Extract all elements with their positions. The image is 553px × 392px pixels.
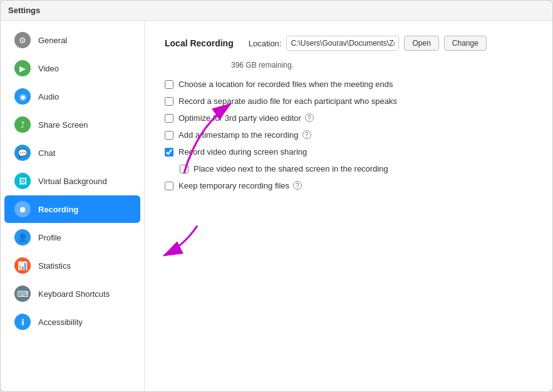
content-area: ⚙General▶Video◉Audio⤴Share Screen💬Chat🖼V…: [1, 21, 552, 391]
sidebar-item-label-profile: Profile: [38, 233, 61, 242]
checkbox-keep-temp-files[interactable]: [165, 182, 173, 190]
keyboard-shortcuts-icon: ⌨: [14, 286, 31, 302]
sidebar-item-share-screen[interactable]: ⤴Share Screen: [4, 111, 140, 138]
arrows-overlay: [145, 21, 552, 391]
sidebar-item-chat[interactable]: 💬Chat: [4, 139, 140, 167]
option-label-keep-temp-files: Keep temporary recording files?: [178, 181, 302, 190]
checkbox-record-video-screen[interactable]: [165, 148, 173, 157]
option-label-add-timestamp: Add a timestamp to the recording?: [178, 130, 311, 140]
open-button[interactable]: Open: [404, 36, 438, 51]
change-button[interactable]: Change: [444, 36, 487, 51]
checkbox-place-video-next[interactable]: [180, 165, 189, 173]
sidebar-item-virtual-background[interactable]: 🖼Virtual Background: [4, 167, 140, 195]
sidebar-item-label-audio: Audio: [38, 92, 59, 101]
sidebar-item-accessibility[interactable]: ℹAccessibility: [4, 308, 140, 336]
help-icon-optimize-3rd-party[interactable]: ?: [305, 113, 314, 122]
checkbox-separate-audio[interactable]: [165, 97, 173, 106]
sidebar-item-statistics[interactable]: 📊Statistics: [4, 252, 140, 279]
checkbox-optimize-3rd-party[interactable]: [165, 114, 173, 123]
option-row-choose-location: Choose a location for recorded files whe…: [165, 80, 532, 89]
help-icon-keep-temp-files[interactable]: ?: [293, 181, 302, 190]
option-row-keep-temp-files: Keep temporary recording files?: [165, 181, 532, 190]
sidebar: ⚙General▶Video◉Audio⤴Share Screen💬Chat🖼V…: [1, 21, 145, 391]
sidebar-item-label-general: General: [38, 36, 67, 45]
sidebar-item-label-keyboard-shortcuts: Keyboard Shortcuts: [38, 289, 110, 299]
location-row: Location: Open Change: [249, 36, 487, 51]
section-title: Local Recording: [165, 38, 234, 48]
sidebar-item-label-accessibility: Accessibility: [38, 317, 83, 327]
window-title: Settings: [8, 6, 40, 15]
location-label: Location:: [249, 39, 282, 48]
general-icon: ⚙: [14, 32, 31, 48]
sidebar-item-label-chat: Chat: [38, 148, 55, 158]
sidebar-item-audio[interactable]: ◉Audio: [4, 83, 140, 110]
statistics-icon: 📊: [14, 257, 31, 274]
sidebar-item-recording[interactable]: ⏺Recording: [4, 195, 140, 223]
storage-info: 396 GB remaining.: [231, 61, 532, 70]
checkbox-add-timestamp[interactable]: [165, 131, 173, 140]
sidebar-item-keyboard-shortcuts[interactable]: ⌨Keyboard Shortcuts: [4, 280, 140, 307]
virtual-background-icon: 🖼: [14, 173, 31, 189]
option-label-record-video-screen: Record video during screen sharing: [178, 147, 307, 157]
sidebar-item-label-virtual-background: Virtual Background: [38, 177, 107, 186]
main-content: Local Recording Location: Open Change 39…: [145, 21, 552, 391]
chat-icon: 💬: [14, 145, 31, 161]
audio-icon: ◉: [14, 88, 31, 105]
sidebar-item-general[interactable]: ⚙General: [4, 26, 140, 54]
sidebar-item-label-recording: Recording: [38, 205, 78, 214]
option-label-choose-location: Choose a location for recorded files whe…: [178, 80, 393, 89]
option-row-optimize-3rd-party: Optimize for 3rd party video editor?: [165, 113, 532, 123]
option-label-place-video-next: Place video next to the shared screen in…: [194, 164, 388, 173]
title-bar: Settings: [1, 1, 552, 21]
recording-icon: ⏺: [14, 201, 31, 217]
sidebar-item-label-statistics: Statistics: [38, 261, 71, 271]
option-label-separate-audio: Record a separate audio file for each pa…: [178, 96, 397, 106]
checkbox-choose-location[interactable]: [165, 80, 173, 89]
sidebar-item-label-share-screen: Share Screen: [38, 120, 88, 130]
sidebar-item-video[interactable]: ▶Video: [4, 54, 140, 82]
accessibility-icon: ℹ: [14, 314, 31, 330]
video-icon: ▶: [14, 60, 31, 76]
option-row-separate-audio: Record a separate audio file for each pa…: [165, 96, 532, 106]
sidebar-item-label-video: Video: [38, 64, 59, 73]
option-row-add-timestamp: Add a timestamp to the recording?: [165, 130, 532, 140]
options-list: Choose a location for recorded files whe…: [165, 80, 532, 190]
location-input[interactable]: [286, 36, 399, 51]
settings-window: Settings ⚙General▶Video◉Audio⤴Share Scre…: [0, 0, 553, 392]
option-row-record-video-screen: Record video during screen sharing: [165, 147, 532, 157]
sidebar-item-profile[interactable]: 👤Profile: [4, 224, 140, 251]
share-screen-icon: ⤴: [14, 116, 31, 133]
profile-icon: 👤: [14, 229, 31, 245]
option-row-place-video-next: Place video next to the shared screen in…: [180, 164, 532, 173]
help-icon-add-timestamp[interactable]: ?: [302, 130, 311, 139]
option-label-optimize-3rd-party: Optimize for 3rd party video editor?: [178, 113, 314, 123]
